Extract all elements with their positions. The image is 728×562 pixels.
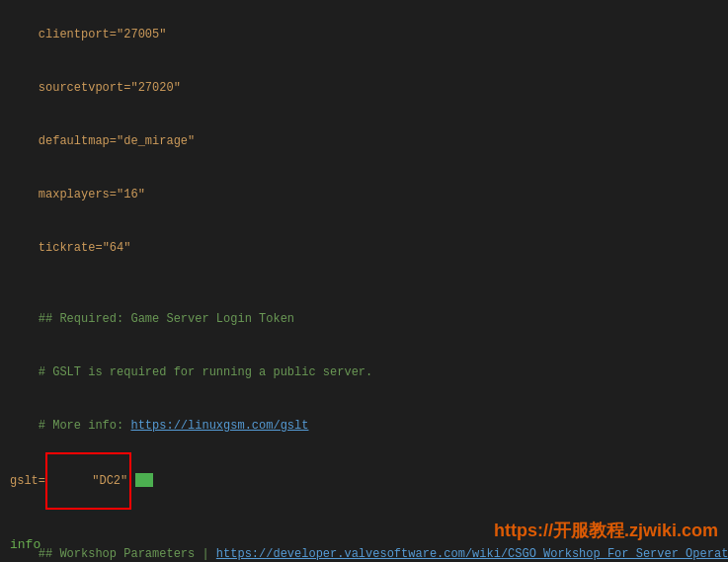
line-maxplayers: maxplayers="16" (10, 168, 718, 221)
code-editor: clientport="27005" sourcetvport="27020" … (0, 0, 728, 562)
info-label: info (10, 537, 40, 552)
comment-gslt-info: # GSLT is required for running a public … (10, 346, 718, 399)
line-defaultmap: defaultmap="de_mirage" (10, 115, 718, 168)
comment-gslt-required: ## Required: Game Server Login Token (10, 292, 718, 346)
watermark: https://开服教程.zjwiki.com (494, 519, 718, 542)
line-clientport: clientport="27005" (10, 8, 718, 61)
gslt-value-box: "DC2" (45, 452, 131, 510)
gslt-line: gslt= "DC2" (10, 452, 718, 510)
blank-1 (10, 275, 718, 292)
comment-gslt-url: # More info: https://linuxgsm.com/gslt (10, 399, 718, 452)
line-tickrate: tickrate="64" (10, 221, 718, 275)
gslt-status-indicator (135, 473, 153, 487)
line-sourcetvport: sourcetvport="27020" (10, 61, 718, 115)
